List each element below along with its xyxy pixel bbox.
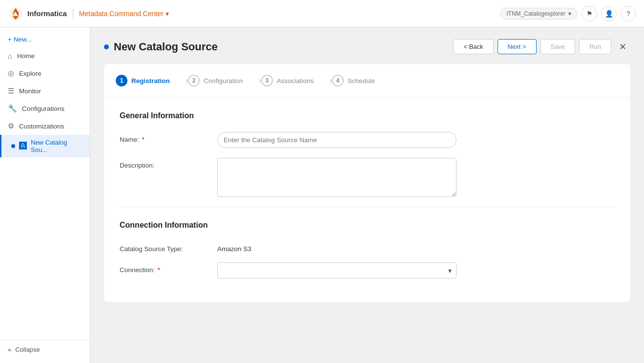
main-content: New Catalog Source < Back Next > Save Ru…	[90, 27, 644, 363]
help-button[interactable]: ?	[621, 6, 636, 21]
back-button[interactable]: < Back	[453, 39, 493, 54]
logo-area: Informatica	[8, 6, 67, 21]
catalog-active-dot	[11, 144, 15, 148]
sidebar-item-customizations[interactable]: ⚙ Customizations	[0, 117, 90, 135]
sidebar-item-configurations[interactable]: 🔧 Configurations	[0, 100, 90, 117]
connection-required-star: *	[158, 266, 160, 274]
layout: + New... ⌂ Home ◎ Explore ☰ Monitor 🔧 Co…	[0, 27, 644, 363]
name-label: Name: *	[120, 132, 217, 143]
configurations-icon: 🔧	[8, 104, 17, 113]
sidebar-item-new[interactable]: + New...	[0, 31, 90, 47]
customizations-icon: ⚙	[8, 122, 14, 130]
name-required-star: *	[142, 136, 145, 143]
wizard-card: 1 Registration › 2 Configuration › 3 As	[104, 64, 630, 302]
page-title-area: New Catalog Source	[104, 41, 218, 53]
help-icon: ?	[626, 10, 630, 18]
connection-info-title: Connection Information	[120, 221, 615, 230]
sidebar-label-customizations: Customizations	[19, 123, 64, 130]
tab-num-4: 4	[332, 75, 344, 86]
sidebar-bottom: « Collapse	[0, 340, 90, 359]
collapse-icon: «	[8, 346, 11, 353]
description-label: Description:	[120, 158, 217, 169]
sidebar-label-home: Home	[17, 52, 35, 60]
tab-label-configuration: Configuration	[204, 77, 243, 85]
connection-select[interactable]	[217, 262, 457, 278]
app-name-chevron: ▾	[166, 10, 169, 18]
catalog-source-type-row: Catalog Source Type: Amazon S3	[120, 241, 615, 253]
user-label: ITNM_Catalogexplorer	[506, 10, 565, 17]
user-icon: 👤	[605, 10, 613, 18]
tab-associations[interactable]: 3 Associations	[261, 72, 326, 89]
new-label: + New...	[8, 36, 32, 43]
monitor-icon: ☰	[8, 86, 14, 95]
flag-button[interactable]: ⚑	[582, 6, 597, 21]
tab-schedule[interactable]: 4 Schedule	[332, 72, 387, 89]
topnav-right: ITNM_Catalogexplorer ▾ ⚑ 👤 ?	[500, 6, 636, 21]
user-icon-button[interactable]: 👤	[601, 6, 617, 21]
collapse-label: Collapse	[15, 346, 40, 353]
tab-num-2: 2	[188, 75, 200, 86]
brand-name: Informatica	[27, 9, 67, 18]
sidebar: + New... ⌂ Home ◎ Explore ☰ Monitor 🔧 Co…	[0, 27, 90, 363]
user-chevron: ▾	[568, 10, 571, 17]
page-title: New Catalog Source	[114, 41, 218, 53]
tab-num-3: 3	[261, 75, 273, 86]
flag-icon: ⚑	[586, 10, 593, 18]
catalog-source-type-label: Catalog Source Type:	[120, 241, 217, 253]
tab-label-registration: Registration	[131, 77, 170, 85]
connection-select-wrapper: ▾	[217, 262, 457, 278]
tab-label-associations: Associations	[277, 77, 314, 85]
page-status-dot	[104, 44, 109, 49]
sidebar-label-monitor: Monitor	[19, 87, 41, 95]
page-header: New Catalog Source < Back Next > Save Ru…	[104, 39, 630, 54]
tab-registration[interactable]: 1 Registration	[116, 72, 182, 89]
tab-label-schedule: Schedule	[348, 77, 375, 85]
general-info-title: General Information	[120, 111, 615, 120]
tab-configuration[interactable]: 2 Configuration	[188, 72, 254, 89]
tab-num-1: 1	[116, 75, 127, 86]
wizard-tabs: 1 Registration › 2 Configuration › 3 As	[104, 64, 630, 98]
run-button[interactable]: Run	[579, 39, 611, 54]
collapse-button[interactable]: « Collapse	[8, 346, 82, 353]
close-button[interactable]: ✕	[615, 40, 630, 54]
explore-icon: ◎	[8, 69, 14, 78]
sidebar-item-explore[interactable]: ◎ Explore	[0, 64, 90, 82]
user-pill[interactable]: ITNM_Catalogexplorer ▾	[500, 8, 578, 20]
description-textarea[interactable]	[217, 158, 457, 197]
catalog-source-type-value: Amazon S3	[217, 241, 251, 253]
sidebar-item-monitor[interactable]: ☰ Monitor	[0, 82, 90, 100]
catalog-item-label: New Catalog Sou...	[31, 139, 84, 153]
sidebar-label-explore: Explore	[19, 70, 42, 77]
home-icon: ⌂	[8, 52, 12, 60]
form-card: General Information Name: * Description:…	[104, 98, 630, 302]
name-row: Name: *	[120, 132, 615, 148]
app-name[interactable]: Metadata Command Center ▾	[79, 10, 169, 18]
sidebar-label-configurations: Configurations	[22, 105, 64, 112]
description-row: Description:	[120, 158, 615, 197]
informatica-logo-icon	[8, 6, 23, 21]
close-icon: ✕	[619, 42, 626, 52]
connection-row: Connection: * ▾	[120, 262, 615, 278]
header-actions: < Back Next > Save Run ✕	[453, 39, 630, 54]
nav-divider	[73, 9, 73, 19]
save-button[interactable]: Save	[540, 39, 576, 54]
name-input[interactable]	[217, 132, 457, 148]
next-button[interactable]: Next >	[498, 39, 537, 54]
catalog-small-icon: 🅰	[19, 142, 27, 150]
connection-label: Connection: *	[120, 262, 217, 274]
section-divider	[120, 207, 615, 207]
sidebar-catalog-item[interactable]: 🅰 New Catalog Sou...	[0, 135, 90, 157]
top-navigation: Informatica Metadata Command Center ▾ IT…	[0, 0, 644, 27]
sidebar-item-home[interactable]: ⌂ Home	[0, 47, 90, 64]
